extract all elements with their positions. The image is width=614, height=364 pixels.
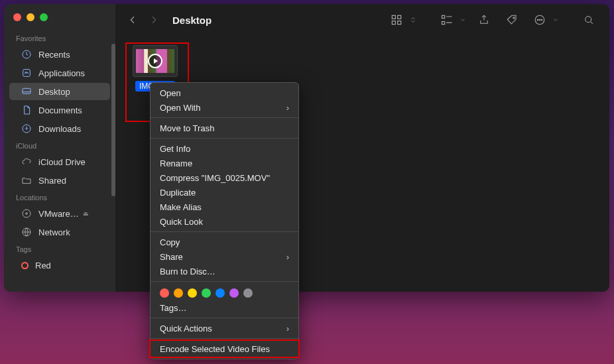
sidebar-item-label: Applications (38, 68, 85, 78)
chevron-down-icon[interactable] (551, 11, 560, 29)
sidebar-item-network[interactable]: Network (9, 223, 110, 241)
back-button[interactable] (125, 12, 141, 28)
applications-icon (21, 68, 32, 78)
chevron-down-icon[interactable] (458, 11, 467, 29)
svg-point-18 (585, 17, 591, 23)
documents-icon (21, 105, 32, 115)
svg-point-5 (26, 213, 28, 215)
fullscreen-window-button[interactable] (40, 13, 48, 21)
play-icon (148, 54, 162, 68)
clock-icon (21, 49, 32, 60)
desktop-icon (21, 86, 32, 97)
eject-icon[interactable]: ⏏ (83, 210, 89, 217)
svg-rect-7 (392, 15, 395, 19)
menu-separator (151, 281, 298, 282)
tag-dot-red-icon (21, 262, 29, 269)
sidebar-item-label: VMware… (38, 209, 79, 219)
menu-separator (151, 231, 298, 232)
sidebar-item-desktop[interactable]: Desktop (9, 83, 110, 100)
tag-color-gray[interactable] (243, 288, 253, 298)
sidebar: Favorites Recents Applications Desktop D… (4, 4, 115, 292)
menu-separator (151, 338, 298, 339)
tag-color-yellow[interactable] (188, 288, 197, 298)
shared-folder-icon (21, 175, 32, 186)
disk-icon (21, 208, 32, 219)
context-menu: Open Open With› Move to Trash Get Info R… (150, 82, 299, 359)
minimize-window-button[interactable] (27, 13, 34, 21)
finder-window: Favorites Recents Applications Desktop D… (4, 4, 609, 292)
sidebar-item-vmware[interactable]: VMware…⏏ (9, 205, 110, 222)
svg-rect-10 (398, 21, 401, 25)
sidebar-item-label: Recents (38, 50, 70, 60)
chevron-right-icon: › (286, 252, 289, 262)
sidebar-item-documents[interactable]: Documents (9, 101, 110, 119)
menu-item-rename[interactable]: Rename (151, 156, 298, 170)
sidebar-item-label: Documents (38, 105, 82, 115)
svg-rect-8 (398, 15, 401, 19)
menu-item-duplicate[interactable]: Duplicate (151, 185, 298, 200)
menu-item-burn-to-disc[interactable]: Burn to Disc… (151, 264, 298, 278)
menu-item-share[interactable]: Share› (151, 249, 298, 264)
action-button[interactable] (528, 11, 551, 29)
sidebar-item-icloud-drive[interactable]: iCloud Drive (9, 153, 110, 170)
sidebar-section-icloud: iCloud (4, 138, 115, 152)
svg-rect-12 (442, 22, 445, 25)
sidebar-item-label: Downloads (38, 124, 81, 134)
tag-color-orange[interactable] (174, 288, 183, 298)
menu-item-make-alias[interactable]: Make Alias (151, 200, 298, 214)
svg-rect-2 (23, 88, 31, 93)
tags-button[interactable] (501, 11, 523, 29)
sidebar-item-label: Red (35, 261, 51, 271)
toolbar: Desktop (115, 4, 609, 36)
menu-item-open-with[interactable]: Open With› (151, 100, 298, 115)
menu-item-quick-actions[interactable]: Quick Actions› (151, 321, 298, 335)
group-button[interactable] (436, 11, 458, 29)
menu-item-copy[interactable]: Copy (151, 235, 298, 249)
network-icon (21, 227, 32, 237)
menu-item-open[interactable]: Open (151, 86, 298, 100)
svg-point-16 (539, 19, 540, 21)
forward-button[interactable] (146, 12, 162, 28)
svg-point-15 (537, 19, 538, 21)
downloads-icon (21, 123, 32, 134)
file-thumbnail[interactable] (133, 45, 178, 77)
menu-item-move-to-trash[interactable]: Move to Trash (151, 121, 298, 135)
view-icons-button[interactable] (385, 11, 408, 29)
search-button[interactable] (578, 11, 600, 29)
sidebar-item-downloads[interactable]: Downloads (9, 120, 110, 137)
tag-color-purple[interactable] (229, 288, 239, 298)
menu-item-tags[interactable]: Tags… (151, 300, 298, 315)
sidebar-item-label: Shared (38, 176, 66, 186)
menu-item-get-info[interactable]: Get Info (151, 141, 298, 156)
view-switcher-icon[interactable] (408, 11, 418, 29)
cloud-icon (21, 156, 32, 167)
chevron-right-icon: › (286, 103, 289, 113)
tag-color-red[interactable] (160, 288, 169, 298)
menu-item-encode-video[interactable]: Encode Selected Video Files (151, 341, 298, 356)
close-window-button[interactable] (13, 13, 21, 21)
sidebar-item-tag-red[interactable]: Red (9, 257, 110, 274)
sidebar-section-locations: Locations (4, 190, 115, 204)
sidebar-item-label: Desktop (38, 87, 70, 97)
sidebar-item-recents[interactable]: Recents (9, 46, 110, 63)
menu-separator (151, 318, 298, 318)
sidebar-item-label: Network (38, 227, 70, 237)
tag-color-row (151, 284, 298, 300)
page-title: Desktop (172, 15, 212, 26)
menu-item-compress[interactable]: Compress "IMG_0025.MOV" (151, 170, 298, 185)
sidebar-item-shared[interactable]: Shared (9, 172, 110, 189)
svg-point-4 (23, 210, 31, 217)
svg-point-13 (513, 17, 515, 19)
sidebar-item-applications[interactable]: Applications (9, 64, 110, 82)
tag-color-green[interactable] (202, 288, 211, 298)
sidebar-section-favorites: Favorites (4, 30, 115, 45)
tag-color-blue[interactable] (215, 288, 225, 298)
svg-rect-11 (442, 15, 445, 18)
share-button[interactable] (473, 11, 495, 29)
chevron-right-icon: › (286, 324, 289, 334)
sidebar-section-tags: Tags (4, 241, 115, 256)
menu-item-quick-look[interactable]: Quick Look (151, 214, 298, 229)
svg-rect-9 (392, 21, 395, 25)
menu-separator (151, 138, 298, 139)
svg-point-17 (541, 19, 542, 21)
